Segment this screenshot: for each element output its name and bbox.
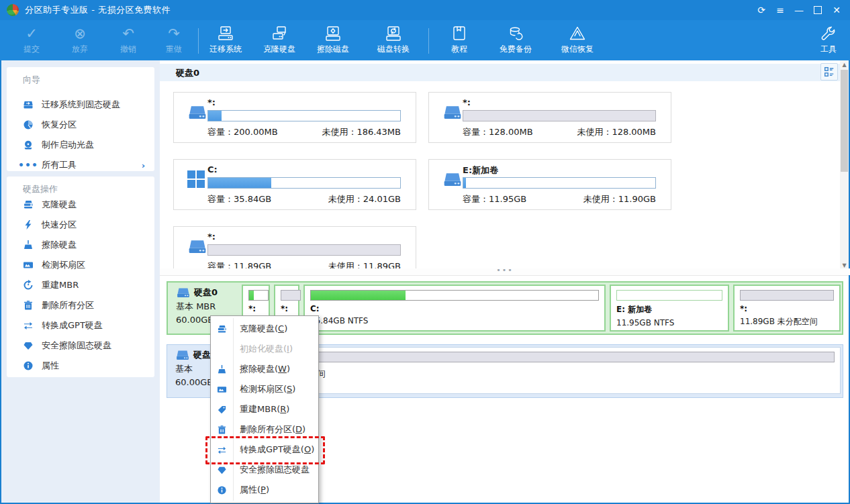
disk-type: 基本 MBR (176, 301, 218, 313)
redo-icon: ↷ (168, 23, 180, 44)
menu-item-delete-all-partitions[interactable]: 删除所有分区(D) (211, 419, 318, 440)
sidebar-item-recover-partition[interactable]: 恢复分区 (7, 115, 154, 135)
sidebar-item-all-tools[interactable]: ••• 所有工具 › (7, 155, 154, 175)
volume-card[interactable]: *: 容量：11.89GB 未使用：11.89GB (173, 226, 416, 268)
clone-disk-button[interactable]: 克隆硬盘 (254, 23, 305, 58)
toolbar-separator (198, 28, 199, 54)
broom-icon (23, 240, 34, 250)
lightning-icon (23, 219, 34, 230)
sidebar-item-clone-disk[interactable]: 克隆硬盘 (7, 195, 154, 215)
rebuild-mbr-tag-icon (211, 405, 233, 415)
chevron-right-icon: › (142, 160, 145, 170)
partition-block-c[interactable]: C: 35.84GB NTFS (303, 285, 606, 332)
tutorial-button[interactable]: 教程 (436, 23, 482, 58)
view-toggle-button[interactable] (820, 63, 838, 81)
usage-bar (207, 110, 401, 121)
menu-item-clone-disk[interactable]: 克隆硬盘(C) (211, 319, 318, 339)
sidebar-item-rebuild-mbr[interactable]: 重建MBR (7, 275, 154, 295)
secure-erase-diamond-icon (211, 465, 233, 475)
drive-icon (187, 239, 207, 255)
menu-item-rebuild-mbr[interactable]: 重建MBR(R) (211, 399, 318, 419)
toolbar-separator (428, 28, 429, 54)
volume-card[interactable]: *: 容量：200.00MB 未使用：186.43MB (173, 92, 416, 143)
capacity-text: 容量：11.89GB (207, 260, 271, 268)
panel-splitter[interactable]: ••• (160, 268, 850, 275)
tools-button[interactable]: 工具 (810, 23, 847, 58)
toolbar: ✓ 提交 ⊗ 放弃 ↶ 撤销 ↷ 重做 迁移系统 克隆硬盘 (0, 20, 850, 60)
clone-disk-icon (211, 324, 233, 334)
grid-view-icon (823, 66, 835, 78)
wechat-recovery-button[interactable]: 微信恢复 (549, 23, 606, 58)
drive-icon (442, 172, 463, 188)
backup-database-icon (507, 23, 524, 44)
check-icon: ✓ (26, 23, 38, 44)
disk-convert-icon (385, 23, 402, 44)
unused-text: 未使用：11.89GB (328, 260, 401, 268)
info-circle-icon (23, 360, 34, 371)
sidebar-item-delete-all-partitions[interactable]: 删除所有分区 (7, 295, 154, 315)
capacity-text: 容量：35.84GB (207, 193, 271, 205)
clone-disk-icon (23, 199, 34, 210)
partition-block-unallocated[interactable]: 60.00GB 未分配空间 (242, 347, 841, 394)
menu-item-convert-gpt[interactable]: 转换成GPT硬盘(O) (211, 440, 318, 460)
partition-block-e[interactable]: E: 新加卷 11.95GB NTFS (610, 285, 729, 332)
info-circle-icon (211, 485, 233, 495)
wipe-disk-icon (324, 23, 342, 44)
usage-bar (463, 177, 656, 189)
sidebar: 向导 迁移系统到固态硬盘 恢复分区 制作启动光盘 ••• (1, 60, 160, 503)
unused-text: 未使用：128.00MB (577, 126, 656, 138)
drive-icon (187, 105, 207, 121)
maximize-button[interactable] (808, 0, 827, 20)
bootable-disc-icon (23, 140, 34, 150)
secure-erase-diamond-icon (23, 340, 34, 351)
refresh-icon[interactable]: ⟳ (752, 0, 771, 20)
capacity-text: 容量：11.95GB (463, 193, 526, 205)
volume-card[interactable]: C: 容量：35.84GB 未使用：24.01GB (173, 159, 416, 210)
sidebar-item-migrate-ssd[interactable]: 迁移系统到固态硬盘 (7, 95, 154, 115)
sidebar-item-bootable-disc[interactable]: 制作启动光盘 (7, 135, 154, 155)
cancel-circle-icon: ⊗ (74, 23, 86, 44)
free-backup-button[interactable]: 免费备份 (487, 23, 544, 58)
unused-text: 未使用：11.90GB (583, 193, 656, 205)
menu-item-initialize-disk: 初始化硬盘(I) (211, 339, 318, 359)
sidebar-wizard-panel: 向导 迁移系统到固态硬盘 恢复分区 制作启动光盘 ••• (7, 67, 154, 171)
close-button[interactable]: ✕ (827, 0, 846, 20)
wrench-icon (820, 23, 837, 44)
minimize-button[interactable]: — (790, 0, 808, 20)
disk-context-menu: 克隆硬盘(C) 初始化硬盘(I) 擦除硬盘(W) 检测坏扇区(S) 重建MBR(… (210, 315, 319, 503)
convert-gpt-icon (23, 320, 34, 331)
menu-icon[interactable]: ≡ (771, 0, 790, 20)
capacity-text: 容量：200.00MB (207, 126, 278, 138)
unused-text: 未使用：186.43MB (322, 126, 401, 138)
trash-icon (211, 425, 233, 435)
volume-card[interactable]: *: 容量：128.00MB 未使用：128.00MB (428, 92, 671, 143)
sidebar-item-quick-partition[interactable]: 快速分区 (7, 215, 154, 235)
partition-block-unallocated[interactable]: *: 11.89GB 未分配空间 (733, 285, 841, 332)
sidebar-item-wipe-disk[interactable]: 擦除硬盘 (7, 235, 154, 255)
sidebar-disk-ops-panel: 硬盘操作 克隆硬盘 快速分区 擦除硬盘 (7, 177, 154, 377)
drive-icon (175, 350, 190, 361)
disk-name: 硬盘0 (194, 287, 218, 299)
capacity-text: 容量：128.00MB (463, 126, 533, 138)
volume-card[interactable]: E:新加卷 容量：11.95GB 未使用：11.90GB (428, 159, 671, 210)
sidebar-item-properties[interactable]: 属性 (7, 356, 154, 376)
menu-item-check-bad-sectors[interactable]: 检测坏扇区(S) (211, 379, 318, 399)
scrollbar-thumb[interactable] (841, 70, 848, 172)
clone-disk-icon (271, 23, 288, 44)
drive-icon (442, 105, 463, 121)
sidebar-item-check-bad-sectors[interactable]: 检测坏扇区 (7, 255, 154, 275)
tutorial-book-icon (451, 23, 468, 44)
sidebar-item-secure-erase-ssd[interactable]: 安全擦除固态硬盘 (7, 336, 154, 356)
menu-item-wipe-disk[interactable]: 擦除硬盘(W) (211, 359, 318, 379)
drive-icon (176, 287, 191, 299)
more-dots-icon: ••• (23, 160, 34, 170)
scroll-up-icon[interactable]: ▲ (840, 60, 849, 69)
sidebar-section-title: 硬盘操作 (23, 183, 58, 195)
menu-item-secure-erase-ssd[interactable]: 安全擦除固态硬盘 (211, 460, 318, 480)
migrate-system-button[interactable]: 迁移系统 (200, 23, 251, 58)
broom-icon (211, 364, 233, 374)
menu-item-properties[interactable]: 属性(P) (211, 480, 318, 500)
sidebar-item-convert-gpt[interactable]: 转换成GPT硬盘 (7, 315, 154, 336)
disk-convert-button[interactable]: 磁盘转换 (365, 23, 422, 58)
wipe-disk-button[interactable]: 擦除磁盘 (308, 23, 359, 58)
